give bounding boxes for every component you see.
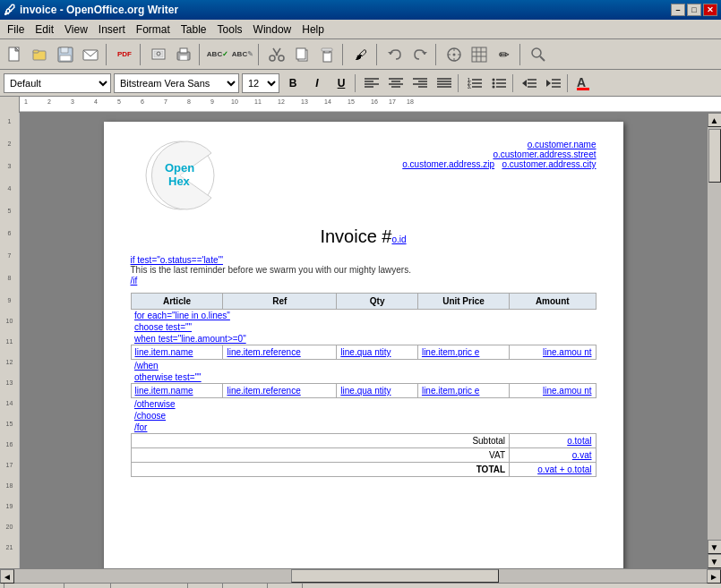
line-price-2-link[interactable]: line.item.pric e bbox=[422, 386, 479, 396]
find-button[interactable] bbox=[527, 43, 550, 66]
close-button[interactable]: ✕ bbox=[703, 4, 717, 16]
autocorrect-button[interactable]: ABC✎ bbox=[231, 43, 254, 66]
menu-view[interactable]: View bbox=[59, 21, 93, 38]
line-price-1-link[interactable]: line.item.pric e bbox=[422, 347, 479, 357]
customer-name-link[interactable]: o.customer.name bbox=[528, 140, 597, 149]
total-value-link[interactable]: o.vat + o.total bbox=[537, 464, 591, 474]
align-left-button[interactable] bbox=[361, 73, 382, 93]
align-justify-button[interactable] bbox=[433, 73, 455, 93]
italic-button[interactable]: I bbox=[306, 73, 328, 93]
fmt-sep-4 bbox=[567, 74, 571, 92]
subtotal-value-link[interactable]: o.total bbox=[567, 436, 591, 446]
line-name-2-link[interactable]: line.item.name bbox=[135, 386, 193, 396]
undo-button[interactable] bbox=[383, 43, 407, 66]
end-for-tag[interactable]: /for bbox=[134, 422, 147, 432]
line-name-1-link[interactable]: line.item.name bbox=[135, 347, 193, 357]
insert-mode[interactable]: INSRT bbox=[223, 584, 268, 588]
copy-button[interactable] bbox=[290, 43, 313, 66]
invoice-id-link[interactable]: o.id bbox=[391, 234, 406, 244]
end-otherwise-tag[interactable]: /otherwise bbox=[134, 399, 176, 409]
horizontal-scrollbar[interactable]: ◄ ► bbox=[0, 568, 721, 583]
customer-street-link[interactable]: o.customer.address.street bbox=[493, 149, 596, 159]
line-ref-2-link[interactable]: line.item.reference bbox=[227, 386, 300, 396]
end-choose-tag[interactable]: /choose bbox=[134, 411, 166, 421]
scroll-down-button[interactable]: ▼ bbox=[708, 554, 722, 568]
scroll-h-thumb[interactable] bbox=[291, 569, 499, 583]
maximize-button[interactable]: □ bbox=[687, 4, 701, 16]
choose-tag[interactable]: choose test="" bbox=[134, 322, 192, 332]
pdf-button[interactable]: PDF bbox=[113, 43, 136, 66]
list-bullet-button[interactable] bbox=[488, 73, 510, 93]
scroll-right-button[interactable]: ► bbox=[707, 569, 721, 584]
style-select[interactable]: Default bbox=[4, 73, 111, 93]
new-button[interactable] bbox=[4, 43, 27, 66]
line-qty-2-link[interactable]: line.qua ntity bbox=[340, 386, 391, 396]
menu-tools[interactable]: Tools bbox=[212, 21, 248, 38]
selection-mode[interactable]: STD bbox=[268, 584, 303, 588]
print-button[interactable] bbox=[172, 43, 195, 66]
table-insert-button[interactable] bbox=[468, 43, 491, 66]
menu-insert[interactable]: Insert bbox=[93, 21, 131, 38]
scroll-v-track[interactable] bbox=[708, 127, 722, 540]
menu-window[interactable]: Window bbox=[248, 21, 297, 38]
font-color-button[interactable]: A bbox=[573, 73, 595, 93]
spellcheck-button[interactable]: ABC✓ bbox=[206, 43, 229, 66]
end-if-tag[interactable]: /if bbox=[131, 276, 138, 285]
menu-format[interactable]: Format bbox=[131, 21, 176, 38]
menu-file[interactable]: File bbox=[2, 21, 30, 38]
scroll-up-button[interactable]: ▲ bbox=[708, 113, 722, 127]
status-bar: Page 1 / 2 Default English (USA) 50% INS… bbox=[0, 583, 721, 588]
increase-indent-button[interactable] bbox=[543, 73, 564, 93]
vat-value-link[interactable]: o.vat bbox=[572, 450, 592, 460]
menu-edit[interactable]: Edit bbox=[30, 21, 59, 38]
email-button[interactable] bbox=[79, 43, 102, 66]
cut-button[interactable] bbox=[265, 43, 288, 66]
menu-table[interactable]: Table bbox=[176, 21, 212, 38]
scroll-v-thumb[interactable] bbox=[708, 129, 721, 183]
when-tag[interactable]: when test="line.amount>=0" bbox=[134, 334, 246, 344]
align-right-button[interactable] bbox=[409, 73, 431, 93]
line-qty-1-link[interactable]: line.qua ntity bbox=[340, 347, 391, 357]
page-style: Default bbox=[64, 584, 111, 588]
foreach-tag[interactable]: for each="line in o.lines" bbox=[134, 311, 230, 320]
line-amount-1-link[interactable]: line.amou nt bbox=[543, 347, 591, 357]
decrease-indent-button[interactable] bbox=[519, 73, 540, 93]
font-select[interactable]: Bitstream Vera Sans bbox=[114, 73, 239, 93]
bold-button[interactable]: B bbox=[282, 73, 304, 93]
company-logo: Open Hex bbox=[131, 140, 229, 211]
format-paint-button[interactable]: 🖌 bbox=[349, 43, 373, 66]
end-otherwise-row: /otherwise bbox=[131, 398, 596, 411]
navigator-button[interactable] bbox=[442, 43, 466, 66]
svg-point-15 bbox=[279, 55, 284, 61]
otherwise-tag[interactable]: otherwise test="" bbox=[134, 372, 202, 382]
page-number: Page 1 / 2 bbox=[4, 584, 64, 588]
invoice-table: Article Ref Qty Unit Price Amount for ea… bbox=[131, 293, 597, 477]
end-when-tag[interactable]: /when bbox=[134, 361, 159, 371]
line-amount-2-link[interactable]: line.amou nt bbox=[543, 386, 591, 396]
page-area[interactable]: Open Hex o.customer.name o.customer.addr… bbox=[20, 113, 707, 568]
scroll-down-page-button[interactable]: ▼ bbox=[708, 540, 722, 554]
line-ref-1-link[interactable]: line.item.reference bbox=[227, 347, 300, 357]
draw-functions-button[interactable]: ✏ bbox=[493, 43, 516, 66]
svg-rect-73 bbox=[577, 88, 589, 90]
customer-city-link[interactable]: o.customer.address.city bbox=[502, 159, 596, 169]
minimize-button[interactable]: – bbox=[671, 4, 685, 16]
menu-bar: File Edit View Insert Format Table Tools… bbox=[0, 20, 721, 39]
print-preview-button[interactable] bbox=[147, 43, 170, 66]
underline-button[interactable]: U bbox=[330, 73, 352, 93]
redo-button[interactable] bbox=[408, 43, 432, 66]
save-button[interactable] bbox=[54, 43, 77, 66]
align-center-button[interactable] bbox=[385, 73, 407, 93]
if-tag[interactable]: if test="o.status=='late'" bbox=[131, 255, 223, 265]
scroll-left-button[interactable]: ◄ bbox=[0, 569, 14, 584]
font-size-select[interactable]: 12 bbox=[242, 73, 279, 93]
paste-button[interactable] bbox=[315, 43, 339, 66]
list-numbered-button[interactable]: 1.2.3. bbox=[464, 73, 485, 93]
menu-help[interactable]: Help bbox=[296, 21, 330, 38]
scroll-h-track[interactable] bbox=[14, 569, 707, 583]
vertical-scrollbar[interactable]: ▲ ▼ ▼ bbox=[707, 113, 721, 568]
open-button[interactable] bbox=[29, 43, 52, 66]
toolbar: PDF ABC✓ ABC✎ 🖌 ✏ bbox=[0, 39, 721, 70]
title-bar: 🖊 invoice - OpenOffice.org Writer – □ ✕ bbox=[0, 0, 721, 20]
customer-zip-link[interactable]: o.customer.address.zip bbox=[402, 159, 494, 169]
